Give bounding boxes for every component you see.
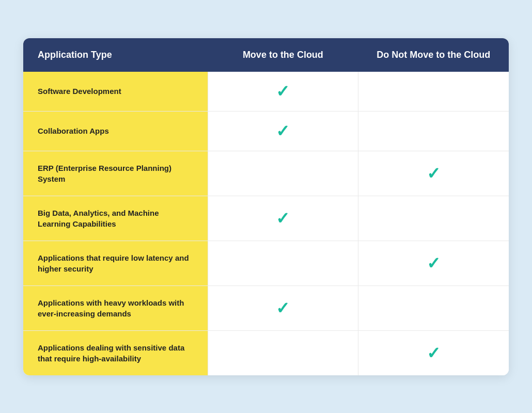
- col-header-do-not-move: Do Not Move to the Cloud: [358, 38, 509, 72]
- checkmark-icon: ✓: [276, 210, 290, 227]
- application-type-cell: Applications dealing with sensitive data…: [23, 330, 208, 375]
- do-not-move-cell: [358, 196, 509, 241]
- move-to-cloud-cell: ✓: [208, 285, 358, 330]
- table-row: ERP (Enterprise Resource Planning) Syste…: [23, 151, 509, 196]
- table-row: Applications dealing with sensitive data…: [23, 330, 509, 375]
- move-to-cloud-cell: ✓: [208, 111, 358, 151]
- application-type-cell: Applications with heavy workloads with e…: [23, 285, 208, 330]
- do-not-move-cell: [358, 111, 509, 151]
- move-to-cloud-cell: [208, 330, 358, 375]
- move-to-cloud-cell: [208, 151, 358, 196]
- move-to-cloud-cell: [208, 241, 358, 285]
- table-row: Big Data, Analytics, and Machine Learnin…: [23, 196, 509, 241]
- do-not-move-cell: [358, 72, 509, 112]
- move-to-cloud-cell: ✓: [208, 72, 358, 112]
- application-type-cell: Big Data, Analytics, and Machine Learnin…: [23, 196, 208, 241]
- checkmark-icon: ✓: [427, 345, 441, 361]
- move-to-cloud-cell: ✓: [208, 196, 358, 241]
- checkmark-icon: ✓: [276, 83, 290, 100]
- application-type-cell: ERP (Enterprise Resource Planning) Syste…: [23, 151, 208, 196]
- table-row: Software Development✓: [23, 72, 509, 112]
- application-type-cell: Collaboration Apps: [23, 111, 208, 151]
- col-header-move-to-cloud: Move to the Cloud: [208, 38, 358, 72]
- comparison-table-wrapper: Application Type Move to the Cloud Do No…: [23, 38, 509, 375]
- application-type-cell: Software Development: [23, 72, 208, 112]
- col-header-application-type: Application Type: [23, 38, 208, 72]
- comparison-table: Application Type Move to the Cloud Do No…: [23, 38, 509, 375]
- table-row: Collaboration Apps✓: [23, 111, 509, 151]
- do-not-move-cell: ✓: [358, 151, 509, 196]
- checkmark-icon: ✓: [427, 255, 441, 272]
- application-type-cell: Applications that require low latency an…: [23, 241, 208, 285]
- table-header-row: Application Type Move to the Cloud Do No…: [23, 38, 509, 72]
- do-not-move-cell: ✓: [358, 241, 509, 285]
- table-row: Applications with heavy workloads with e…: [23, 285, 509, 330]
- checkmark-icon: ✓: [276, 123, 290, 139]
- table-row: Applications that require low latency an…: [23, 241, 509, 285]
- checkmark-icon: ✓: [427, 165, 441, 182]
- do-not-move-cell: ✓: [358, 330, 509, 375]
- do-not-move-cell: [358, 285, 509, 330]
- checkmark-icon: ✓: [276, 300, 290, 316]
